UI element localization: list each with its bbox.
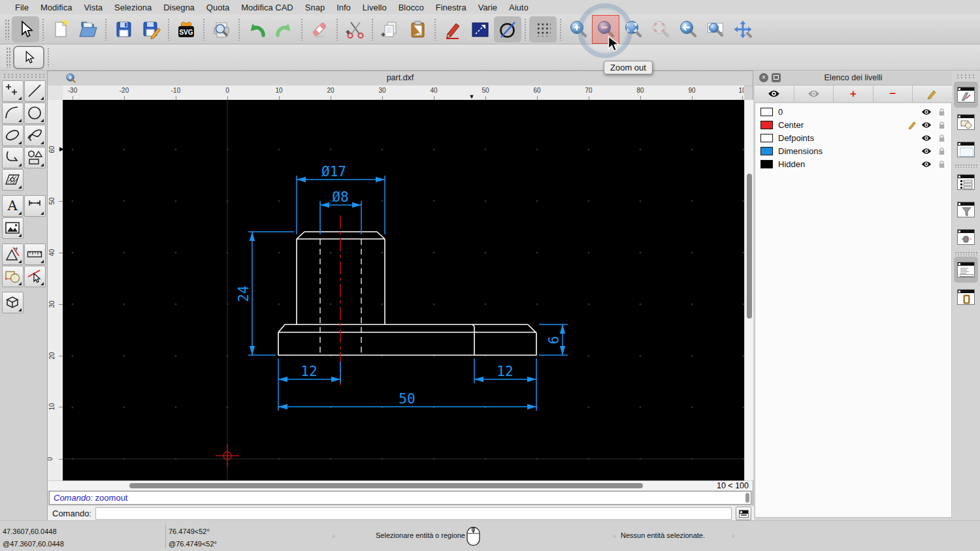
- menu-quota[interactable]: Quota: [201, 3, 235, 12]
- tool-line[interactable]: [24, 80, 46, 102]
- eye-icon[interactable]: [921, 161, 932, 168]
- menu-vista[interactable]: Vista: [78, 3, 108, 12]
- circle-line-button[interactable]: [494, 16, 521, 42]
- tool-circle[interactable]: [24, 102, 46, 124]
- lock-icon[interactable]: [938, 108, 946, 116]
- lock-icon[interactable]: [938, 134, 946, 142]
- tool-measure[interactable]: [2, 244, 24, 265]
- hide-all-layers-button[interactable]: [794, 86, 834, 102]
- history-scrollbar-thumb[interactable]: [745, 493, 749, 503]
- tool-modify[interactable]: [2, 266, 24, 287]
- dock-toggle-layer-list[interactable]: [954, 82, 978, 108]
- copy-button[interactable]: [376, 16, 404, 42]
- zoom-pan-button[interactable]: [729, 16, 757, 42]
- layer-row-dimensions[interactable]: Dimensions: [755, 144, 951, 157]
- select-tool-button[interactable]: [12, 16, 39, 42]
- edit-layer-button[interactable]: [913, 86, 952, 102]
- menu-disegna[interactable]: Disegna: [157, 3, 201, 12]
- polyline-edit-button[interactable]: [466, 16, 494, 42]
- tool-ruler[interactable]: [24, 244, 46, 265]
- zoom-auto-button[interactable]: [619, 16, 647, 42]
- tool-text[interactable]: A: [2, 195, 24, 217]
- grid-toggle-button[interactable]: [529, 16, 557, 42]
- drawing-canvas[interactable]: Ø17 Ø8 24 6 12 12 50: [63, 100, 744, 480]
- eye-icon[interactable]: [921, 108, 932, 116]
- menu-aiuto[interactable]: Aiuto: [503, 3, 534, 12]
- menu-varie[interactable]: Varie: [472, 3, 503, 12]
- tool-points[interactable]: [2, 80, 24, 102]
- menu-livello[interactable]: Livello: [357, 3, 393, 12]
- tool-polygon[interactable]: [24, 147, 46, 168]
- print-preview-button[interactable]: [208, 16, 235, 42]
- dock-toggle-selection-filter[interactable]: [954, 197, 978, 223]
- tool-image[interactable]: [2, 217, 24, 239]
- toolbar2-drag-handle[interactable]: [6, 47, 11, 68]
- vertical-scrollbar[interactable]: [744, 100, 753, 480]
- pen-edit-button[interactable]: [439, 16, 466, 42]
- vruler-label: 50: [48, 197, 56, 204]
- menu-file[interactable]: File: [9, 3, 35, 12]
- tool-arc[interactable]: [2, 102, 24, 124]
- lock-icon[interactable]: [938, 121, 946, 129]
- horizontal-scrollbar[interactable]: 10 < 100: [48, 480, 753, 490]
- tool-3d-box[interactable]: [2, 292, 24, 313]
- open-file-button[interactable]: [74, 16, 102, 42]
- zoom-out-button[interactable]: Zoom out: [592, 16, 619, 42]
- menu-finestra[interactable]: Finestra: [430, 3, 472, 12]
- tool-dimension[interactable]: [24, 195, 46, 217]
- command-input[interactable]: [95, 507, 732, 520]
- cut-button[interactable]: [341, 16, 368, 42]
- dock-toggle-property-list[interactable]: [954, 169, 978, 195]
- layer-row-center[interactable]: Center: [755, 118, 951, 131]
- menu-modifica-cad[interactable]: Modifica CAD: [235, 3, 299, 12]
- undo-button[interactable]: [243, 16, 270, 42]
- save-button[interactable]: [110, 16, 137, 42]
- horizontal-scrollbar-thumb[interactable]: [129, 483, 643, 488]
- tool-spline[interactable]: [24, 125, 46, 146]
- remove-layer-button[interactable]: −: [874, 86, 913, 102]
- layer-row-0[interactable]: 0: [755, 105, 951, 118]
- zoom-back-button[interactable]: [674, 16, 702, 42]
- new-file-button[interactable]: [47, 16, 74, 42]
- dock-toggle-clipboard[interactable]: [954, 284, 978, 310]
- vertical-scrollbar-thumb[interactable]: [747, 174, 752, 319]
- show-all-layers-button[interactable]: [755, 86, 794, 102]
- menu-info[interactable]: Info: [331, 3, 357, 12]
- eye-icon[interactable]: [921, 121, 932, 129]
- tool-ellipse[interactable]: [2, 125, 24, 146]
- layer-row-defpoints[interactable]: Defpoints: [755, 131, 951, 144]
- redo-button[interactable]: [270, 16, 298, 42]
- dock-toggle-library-browser[interactable]: [954, 136, 978, 163]
- lock-icon[interactable]: [938, 147, 946, 155]
- save-as-button[interactable]: [137, 16, 165, 42]
- tool-select-entity[interactable]: [24, 266, 46, 287]
- menu-seleziona[interactable]: Seleziona: [108, 3, 157, 12]
- tool-hatch[interactable]: [2, 169, 24, 191]
- zoom-window-button[interactable]: [702, 16, 729, 42]
- dock-toggle-command-line[interactable]: [954, 257, 978, 283]
- delete-button[interactable]: [306, 16, 333, 42]
- palette-drag-handle[interactable]: [3, 73, 44, 78]
- eye-icon[interactable]: [921, 134, 932, 142]
- paste-button[interactable]: [404, 16, 431, 42]
- zoom-previous-button[interactable]: [647, 16, 674, 42]
- eye-icon[interactable]: [921, 148, 932, 155]
- dock-column-handle[interactable]: [956, 74, 976, 79]
- image-icon: [4, 219, 21, 236]
- menu-blocco[interactable]: Blocco: [393, 3, 430, 12]
- dock-toggle-pen-settings[interactable]: [954, 224, 978, 250]
- menu-modifica[interactable]: Modifica: [35, 3, 78, 12]
- toolbar-drag-handle[interactable]: [5, 19, 10, 40]
- tool-polyline[interactable]: [2, 147, 24, 168]
- svg-export-button[interactable]: SVG: [172, 16, 200, 42]
- lock-icon[interactable]: [938, 160, 946, 168]
- active-select-tool-button[interactable]: [13, 46, 44, 69]
- zoom-in-button[interactable]: [564, 16, 592, 42]
- layer-row-hidden[interactable]: Hidden: [755, 157, 951, 170]
- dock-toggle-block-list[interactable]: [954, 109, 978, 135]
- select-entity-icon: [26, 268, 43, 285]
- menu-snap[interactable]: Snap: [299, 3, 331, 12]
- add-layer-button[interactable]: +: [834, 86, 874, 102]
- window-empty-icon: [957, 142, 975, 157]
- command-options-button[interactable]: [736, 507, 751, 520]
